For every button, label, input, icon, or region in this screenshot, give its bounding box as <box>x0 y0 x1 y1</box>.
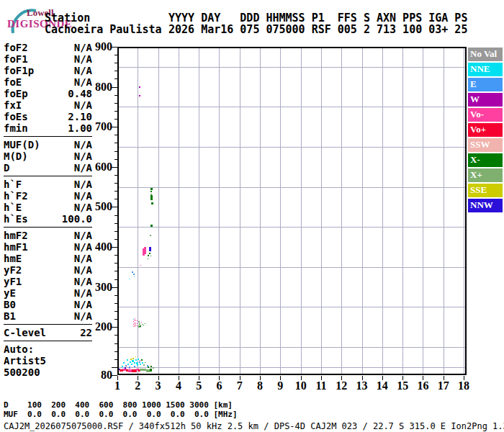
y-axis-minor-tick <box>114 111 117 112</box>
horizontal-gridline <box>119 187 465 188</box>
vertical-gridline <box>219 48 220 374</box>
parameter-panel: foF2N/AfoF1N/AfoF1pN/AfoEN/AfoEp0.48fxIN… <box>4 42 92 378</box>
param-label: h`F2 <box>4 190 28 202</box>
echo-point <box>139 95 140 96</box>
param-row: foEp0.48 <box>4 88 92 99</box>
echo-point <box>132 358 134 359</box>
echo-point <box>150 366 152 367</box>
param-value: N/A <box>74 99 92 111</box>
echo-direction-legend: No ValNNEEWVo-Vo+SSWX-X+SSENNW <box>468 48 503 214</box>
y-axis-label: 900 <box>84 41 112 53</box>
auto-info-line: 500200 <box>4 366 92 378</box>
echo-point <box>139 361 140 363</box>
vertical-gridline <box>362 48 363 374</box>
legend-item-vo: Vo- <box>468 108 503 122</box>
vertical-gridline <box>301 48 302 374</box>
y-axis-major-tick <box>112 375 117 376</box>
param-row: foF1N/A <box>4 53 92 65</box>
echo-point <box>127 364 129 365</box>
y-axis-minor-tick <box>114 191 117 192</box>
param-row: B1N/A <box>4 310 92 322</box>
param-label: fxI <box>4 99 22 111</box>
param-label: C-level <box>4 327 46 338</box>
param-label: foEp <box>4 88 28 99</box>
legend-item-x: X+ <box>468 168 503 182</box>
panel-separator <box>4 341 92 341</box>
echo-point <box>133 326 134 327</box>
param-row: hmEN/A <box>4 253 92 264</box>
param-label: h`E <box>4 202 22 213</box>
vertical-gridline <box>321 48 322 374</box>
d-row: D 100 200 400 600 800 1000 1500 3000 [km… <box>4 400 233 410</box>
param-row: foEN/A <box>4 76 92 88</box>
echo-point <box>142 362 143 364</box>
y-axis-major-tick <box>112 87 117 88</box>
echo-point <box>137 320 138 321</box>
echo-point <box>129 279 130 279</box>
header-block: StationYYYY DAY DDD HHMMSS P1 FFS S AXN … <box>45 12 467 35</box>
horizontal-gridline <box>119 227 465 228</box>
param-label: fmin <box>4 122 28 134</box>
echo-point <box>134 366 135 367</box>
param-label: yE <box>4 287 16 299</box>
vertical-gridline <box>260 48 261 374</box>
y-axis-minor-tick <box>114 135 117 135</box>
y-axis-minor-tick <box>114 199 117 199</box>
param-label: foEs <box>4 111 28 122</box>
param-row: yEN/A <box>4 287 92 299</box>
param-label: foF2 <box>4 42 28 53</box>
x-axis-label: 5 <box>191 380 207 392</box>
param-label: yF1 <box>4 276 22 287</box>
y-axis-label: 600 <box>84 161 112 173</box>
echo-point <box>150 256 151 256</box>
x-axis-label: 11 <box>313 380 329 392</box>
echo-point <box>126 366 127 366</box>
param-label: MUF(D) <box>4 139 40 150</box>
status-line: CAJ2M_2026075075000.RSF / 340fx512h 50 k… <box>4 421 504 431</box>
echo-point <box>133 319 134 320</box>
horizontal-gridline <box>119 67 465 68</box>
echo-point <box>143 364 145 366</box>
param-row: h`FN/A <box>4 179 92 190</box>
horizontal-gridline <box>119 107 465 107</box>
echo-point <box>130 359 132 360</box>
y-axis-major-tick <box>112 207 117 207</box>
param-label: yF2 <box>4 264 22 276</box>
param-label: foF1 <box>4 53 28 65</box>
x-axis-label: 14 <box>374 380 390 392</box>
param-label: M(D) <box>4 150 28 162</box>
y-axis-label: 500 <box>84 201 112 212</box>
panel-separator <box>4 176 92 176</box>
param-row: B0N/A <box>4 299 92 310</box>
echo-point <box>151 202 153 204</box>
y-axis-minor-tick <box>114 359 117 360</box>
echo-point <box>134 362 135 364</box>
echo-point <box>135 356 136 357</box>
header-values: 2026 Mar16 075 075000 RSF 005 2 713 100 … <box>168 23 467 36</box>
param-value: N/A <box>74 139 92 150</box>
echo-point <box>131 364 132 365</box>
param-row: fxIN/A <box>4 99 92 111</box>
y-axis-minor-tick <box>114 151 117 152</box>
param-row: MUF(D)N/A <box>4 139 92 150</box>
echo-point <box>138 321 140 323</box>
echo-trace-vertical <box>149 247 151 251</box>
param-label: D <box>4 162 9 174</box>
auto-info-line: Auto: <box>4 343 92 355</box>
echo-point <box>135 359 137 361</box>
y-axis-major-tick <box>112 47 117 48</box>
y-axis-minor-tick <box>114 143 117 143</box>
param-row: hmF2N/A <box>4 230 92 241</box>
x-axis-label: 12 <box>333 380 349 392</box>
y-axis-major-tick <box>112 247 117 248</box>
y-axis-label: 300 <box>84 282 112 293</box>
param-label: foE <box>4 76 22 88</box>
param-label: foF1p <box>4 65 34 76</box>
echo-point <box>141 359 143 361</box>
y-axis-minor-tick <box>114 223 117 224</box>
param-label: hmF2 <box>4 230 28 241</box>
param-value: N/A <box>74 230 92 241</box>
vertical-gridline <box>199 48 199 374</box>
echo-trace-vertical <box>150 195 153 200</box>
y-axis-minor-tick <box>114 78 117 79</box>
